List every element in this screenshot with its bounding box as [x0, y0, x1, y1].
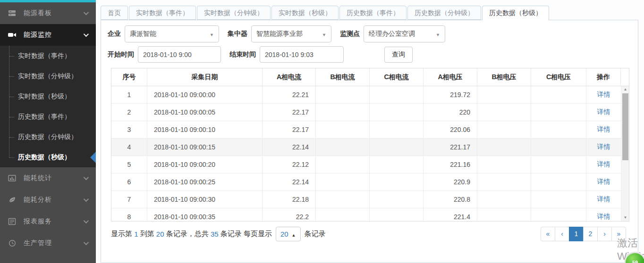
pager-page-2-button[interactable]: 2: [583, 227, 598, 241]
summary-text: 条记录，总共: [164, 230, 211, 238]
leaf-icon: [8, 196, 17, 204]
summary-total: 35: [211, 230, 219, 238]
monitor-point-select[interactable]: 经理办公室空调: [364, 25, 445, 42]
page-size-select[interactable]: 20: [276, 227, 301, 241]
detail-link[interactable]: 详情: [597, 178, 610, 186]
tab-bar: 首页实时数据（事件）实时数据（分钟级）实时数据（秒级）历史数据（事件）历史数据（…: [96, 0, 644, 20]
scroll-up-icon[interactable]: ▲: [621, 86, 629, 93]
pager-page-1-button[interactable]: 1: [569, 227, 584, 241]
tray-badge: 59: [632, 260, 638, 263]
enterprise-select[interactable]: 康派智能: [125, 25, 219, 42]
table-cell: 221.17: [424, 139, 477, 156]
tab-0[interactable]: 首页: [101, 6, 128, 20]
table-cell: 8: [111, 208, 147, 221]
sidebar-item-label: 能耗分析: [24, 196, 84, 204]
pager-prev-button[interactable]: ‹: [555, 227, 569, 241]
table-header-cell: A相电压: [424, 68, 477, 86]
detail-link[interactable]: 详情: [597, 125, 610, 134]
tab-5[interactable]: 历史数据（分钟级）: [407, 6, 481, 20]
pagination-bar: 显示第 1 到第 20 条记录，总共 35 条记录 每页显示 20 条记录 «‹…: [111, 227, 626, 241]
pager-last-button[interactable]: »: [611, 227, 626, 241]
submenu-item-0[interactable]: 实时数据（事件）: [0, 46, 96, 66]
sidebar-item-energy-analysis[interactable]: 能耗分析: [0, 189, 96, 211]
report-icon: [8, 218, 17, 225]
sidebar-item-production-mgmt[interactable]: 生产管理: [0, 232, 96, 254]
table-cell: 220.8: [424, 191, 477, 208]
table-cell-action: 详情: [586, 191, 621, 208]
detail-link[interactable]: 详情: [597, 108, 610, 116]
tab-4[interactable]: 历史数据（事件）: [339, 6, 407, 20]
enterprise-label: 企业: [108, 30, 121, 38]
table-cell-action: 详情: [586, 156, 621, 173]
table-cell: 221.4: [424, 208, 477, 221]
tab-6[interactable]: 历史数据（秒级）: [482, 6, 549, 20]
table-cell: [316, 208, 370, 221]
table-row: 22018-01-10 09:00:0522.17220详情: [111, 104, 621, 121]
table-cell-action: 详情: [586, 173, 621, 190]
scrollbar-thumb[interactable]: [622, 93, 628, 160]
tab-1[interactable]: 实时数据（事件）: [129, 6, 196, 20]
table-cell: 2018-01-10 09:00:20: [147, 156, 263, 173]
table-cell: [316, 104, 370, 121]
table-cell: [477, 104, 531, 121]
pager-first-button[interactable]: «: [541, 227, 555, 241]
sidebar-item-energy-monitor[interactable]: 能源监控: [0, 24, 96, 46]
sidebar-item-energy-dashboard[interactable]: 能源看板: [0, 2, 96, 24]
tab-2[interactable]: 实时数据（分钟级）: [197, 6, 271, 20]
submenu-item-label: 历史数据（分钟级）: [18, 133, 77, 141]
chevron-down-icon: [84, 175, 89, 180]
submenu-item-2[interactable]: 实时数据（秒级）: [0, 86, 96, 107]
submenu-item-1[interactable]: 实时数据（分钟级）: [0, 66, 96, 86]
table-cell: 22.14: [263, 173, 316, 190]
submenu-energy-monitor: 实时数据（事件）实时数据（分钟级）实时数据（秒级）历史数据（事件）历史数据（分钟…: [0, 46, 96, 167]
tab-3[interactable]: 实时数据（秒级）: [271, 6, 339, 20]
chevron-down-icon: [84, 197, 89, 202]
table-cell: 2018-01-10 09:00:10: [147, 121, 263, 138]
dropdown-arrow-icon: [431, 30, 440, 38]
start-time-input[interactable]: [138, 46, 221, 63]
table-row: 72018-01-10 09:00:3022.18220.8详情: [111, 191, 621, 208]
table-cell: 22.12: [263, 156, 316, 173]
caret-up-icon: [288, 230, 296, 238]
submenu-item-4[interactable]: 历史数据（分钟级）: [0, 127, 96, 147]
table-cell: [370, 173, 424, 190]
sidebar-item-energy-stats[interactable]: 能耗统计: [0, 167, 96, 189]
scroll-down-icon[interactable]: ▼: [621, 214, 629, 221]
table-cell: [370, 86, 424, 103]
submenu-item-5[interactable]: 历史数据（秒级）: [0, 147, 96, 167]
detail-link[interactable]: 详情: [597, 213, 610, 221]
concentrator-select[interactable]: 智慧能源事业部: [251, 25, 331, 42]
sidebar-item-report-service[interactable]: 报表服务: [0, 211, 96, 232]
end-time-input[interactable]: [260, 46, 344, 63]
table-cell: [477, 156, 531, 173]
table-cell: [477, 121, 531, 138]
table-cell: [531, 104, 586, 121]
table-cell: [531, 139, 586, 156]
submenu-item-label: 历史数据（事件）: [18, 113, 71, 121]
clock-icon: [8, 239, 17, 247]
table-cell: 220.9: [424, 173, 477, 190]
sidebar-item-label: 报表服务: [24, 217, 84, 226]
table-header-cell: B相电压: [477, 68, 531, 86]
table-cell: [531, 121, 586, 138]
table-cell: [316, 173, 370, 190]
table-header-cell: 序号: [111, 68, 147, 86]
query-button[interactable]: 查询: [384, 47, 413, 63]
detail-link[interactable]: 详情: [597, 160, 610, 169]
table-cell: [477, 191, 531, 208]
table-scrollbar[interactable]: ▲ ▼: [621, 86, 629, 221]
summary-text: 到第: [138, 230, 156, 238]
detail-link[interactable]: 详情: [597, 143, 610, 151]
detail-link[interactable]: 详情: [597, 195, 610, 204]
submenu-item-3[interactable]: 历史数据（事件）: [0, 107, 96, 127]
detail-link[interactable]: 详情: [597, 90, 610, 99]
table-cell-action: 详情: [586, 139, 621, 156]
table-cell: 220.06: [424, 121, 477, 138]
table-header-cell: 采集日期: [147, 68, 263, 86]
table-cell: [477, 208, 531, 221]
table-cell: [477, 139, 531, 156]
pager-next-button[interactable]: ›: [597, 227, 612, 241]
table-cell-action: 详情: [586, 86, 621, 103]
table-cell: [531, 173, 586, 190]
dropdown-arrow-icon: [317, 30, 326, 38]
